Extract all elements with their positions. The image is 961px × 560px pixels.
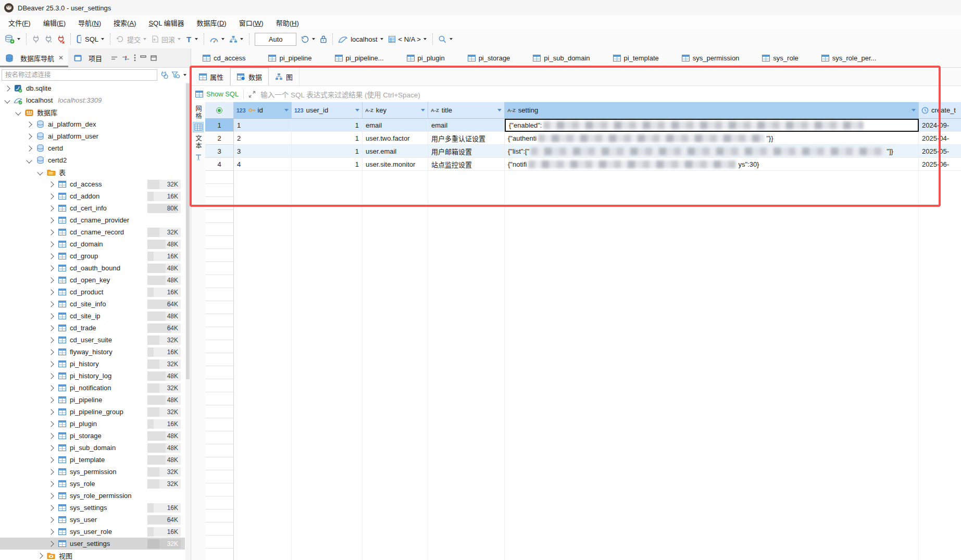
tree-item-flyway_history[interactable]: flyway_history16K	[0, 346, 185, 358]
tree-item-pi_template[interactable]: pi_template48K	[0, 454, 185, 466]
menu-搜索_A_[interactable]: 搜索(A)	[107, 16, 142, 29]
tree-item-pi_pipeline[interactable]: pi_pipeline48K	[0, 394, 185, 406]
column-header-title[interactable]: A-Ztitle	[428, 102, 505, 119]
column-filter-dropdown[interactable]	[497, 109, 502, 111]
menu-编辑_E_[interactable]: 编辑(E)	[37, 16, 72, 29]
tree-item-localhost[interactable]: localhostlocalhost:3309	[0, 94, 185, 106]
tree-item-cd_open_key[interactable]: cd_open_key48K	[0, 274, 185, 286]
chevron-right-icon[interactable]	[48, 373, 54, 379]
menu-数据库_D_[interactable]: 数据库(D)	[191, 16, 233, 29]
chevron-right-icon[interactable]	[26, 145, 32, 151]
result-tab-diagram[interactable]: 图	[269, 68, 299, 85]
cell-id[interactable]: 2	[234, 132, 292, 145]
chevron-right-icon[interactable]	[48, 541, 54, 546]
tree-item-ai_platform_dex[interactable]: ai_platform_dex	[0, 118, 185, 130]
cell-id[interactable]: 3	[234, 145, 292, 158]
row-number[interactable]: 4	[205, 158, 234, 171]
tree-item-cd_access[interactable]: cd_access32K	[0, 178, 185, 190]
tree-item-db_sqlite[interactable]: db.sqlite	[0, 82, 185, 94]
cell-create-time[interactable]: 2025-06-	[919, 158, 961, 171]
menu-SQL_编辑器[interactable]: SQL 编辑器	[142, 16, 190, 29]
cell-setting[interactable]: {"list":[""]}	[505, 145, 919, 158]
commit-button[interactable]: 提交	[114, 33, 143, 46]
execution-plan-dropdown[interactable]	[240, 38, 243, 40]
tree-item-cd_cname_record[interactable]: cd_cname_record32K	[0, 226, 185, 238]
cell-create-time[interactable]: 2025-04-	[919, 132, 961, 145]
cell-title[interactable]: email	[428, 119, 505, 132]
cell-id[interactable]: 4	[234, 158, 292, 171]
chevron-right-icon[interactable]	[48, 409, 54, 415]
chevron-right-icon[interactable]	[48, 517, 54, 522]
minimize-view-icon[interactable]	[140, 55, 146, 60]
cell-title[interactable]: 用户多重认证设置	[428, 132, 505, 145]
chevron-right-icon[interactable]	[48, 229, 54, 235]
scrollbar-thumb[interactable]	[186, 83, 190, 379]
chevron-right-icon[interactable]	[4, 85, 10, 91]
chevron-right-icon[interactable]	[48, 505, 54, 511]
cell-setting[interactable]: {"enabled":	[505, 119, 919, 132]
row-number[interactable]: 2	[205, 132, 234, 145]
result-tab-properties[interactable]: 属性	[193, 68, 230, 85]
tree-item-cd_group[interactable]: cd_group16K	[0, 250, 185, 262]
column-header-user_id[interactable]: 123user_id	[292, 102, 363, 119]
show-sql-button[interactable]: Show SQL	[195, 90, 239, 98]
chevron-right-icon[interactable]	[48, 481, 54, 487]
commit-dropdown[interactable]	[143, 38, 146, 40]
link-with-editor-icon[interactable]	[122, 55, 130, 61]
tree-item-视图[interactable]: 视图	[0, 550, 185, 560]
cell-title[interactable]: 用户邮箱设置	[428, 145, 505, 158]
connection-filter-input[interactable]	[2, 69, 157, 81]
funnel-filter-icon[interactable]	[171, 71, 180, 79]
chevron-right-icon[interactable]	[48, 337, 54, 343]
commit-mode-select[interactable]: Auto	[255, 33, 296, 46]
editor-tab-pi_sub_domain[interactable]: pi_sub_domain	[521, 48, 601, 67]
row-number[interactable]: 1	[205, 119, 234, 132]
editor-tab-pi_pipeline[interactable]: pi_pipeline	[257, 48, 323, 67]
chevron-right-icon[interactable]	[48, 469, 54, 475]
result-tab-data[interactable]: 数据	[230, 68, 269, 85]
cell-create-time[interactable]: 2025-05-	[919, 145, 961, 158]
rollback-button[interactable]: 回滚	[149, 33, 177, 46]
filter-expression-placeholder[interactable]: 输入一个 SQL 表达式来过滤结果 (使用 Ctrl+Space)	[260, 89, 420, 99]
tree-item-cd_site_ip[interactable]: cd_site_ip48K	[0, 310, 185, 322]
column-header-setting[interactable]: A-Zsetting	[505, 102, 919, 119]
active-connection-button[interactable]: localhost	[336, 34, 379, 45]
tree-item-cd_addon[interactable]: cd_addon16K	[0, 190, 185, 202]
chevron-right-icon[interactable]	[48, 277, 54, 283]
column-header-id[interactable]: 123id	[234, 102, 292, 119]
active-database-dropdown[interactable]	[423, 38, 427, 40]
chevron-right-icon[interactable]	[48, 193, 54, 199]
new-connection-dropdown[interactable]	[17, 38, 20, 40]
column-filter-dropdown[interactable]	[912, 109, 916, 111]
tree-item-sys_role[interactable]: sys_role32K	[0, 478, 185, 490]
tree-item-sys_settings[interactable]: sys_settings16K	[0, 502, 185, 514]
chevron-down-icon[interactable]	[37, 169, 43, 175]
editor-tab-sys_role_per_[interactable]: sys_role_per...	[810, 48, 888, 67]
menu-帮助_H_[interactable]: 帮助(H)	[270, 16, 305, 29]
column-header-key[interactable]: A-Zkey	[363, 102, 428, 119]
tab-projects[interactable]: 项目	[68, 48, 107, 67]
grid-row-1[interactable]: 111emailemail{"enabled":2024-09-	[205, 119, 961, 132]
chevron-right-icon[interactable]	[48, 349, 54, 355]
editor-tab-pi_template[interactable]: pi_template	[602, 48, 670, 67]
active-database-button[interactable]: < N/A >	[386, 34, 423, 45]
filter-dropdown[interactable]	[183, 74, 186, 76]
plug-filter-icon[interactable]	[160, 71, 169, 79]
tree-item-cd_cname_provider[interactable]: cd_cname_provider	[0, 214, 185, 226]
menu-导航_N_[interactable]: 导航(N)	[72, 16, 107, 29]
tree-item-pi_plugin[interactable]: pi_plugin16K	[0, 418, 185, 430]
text-presentation-label[interactable]: 文本	[193, 135, 203, 149]
column-filter-dropdown[interactable]	[284, 109, 289, 111]
menu-窗口_W_[interactable]: 窗口(W)	[233, 16, 270, 29]
chevron-right-icon[interactable]	[48, 433, 54, 439]
tree-item-pi_history[interactable]: pi_history32K	[0, 358, 185, 370]
chevron-right-icon[interactable]	[48, 217, 54, 223]
cell-user-id[interactable]: 1	[292, 132, 363, 145]
sql-editor-button[interactable]: SQL	[74, 33, 101, 45]
cell-user-id[interactable]: 1	[292, 158, 363, 171]
row-number[interactable]: 3	[205, 145, 234, 158]
transaction-history-button[interactable]	[298, 33, 311, 45]
tree-item-表[interactable]: 表	[0, 166, 185, 178]
transaction-history-dropdown[interactable]	[312, 38, 315, 40]
chevron-right-icon[interactable]	[48, 301, 54, 307]
